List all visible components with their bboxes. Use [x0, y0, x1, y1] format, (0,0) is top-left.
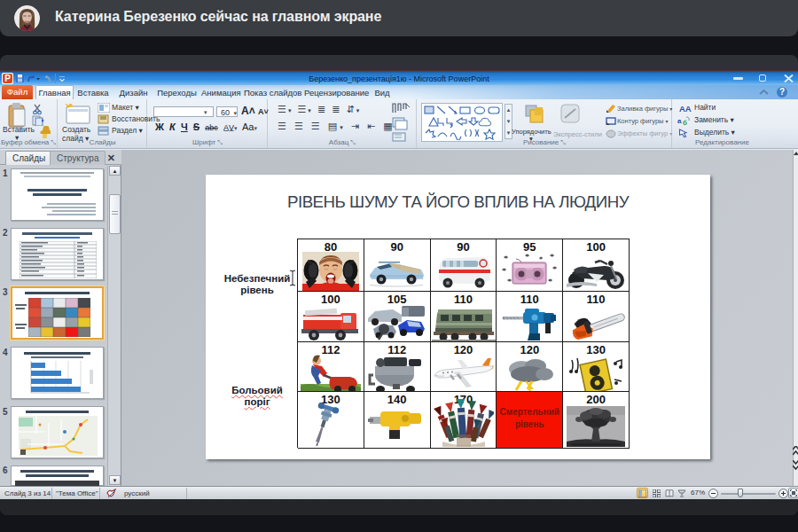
svg-text:АА: АА	[679, 104, 692, 113]
svg-text:а: а	[677, 117, 682, 125]
svg-text:б: б	[683, 119, 687, 126]
